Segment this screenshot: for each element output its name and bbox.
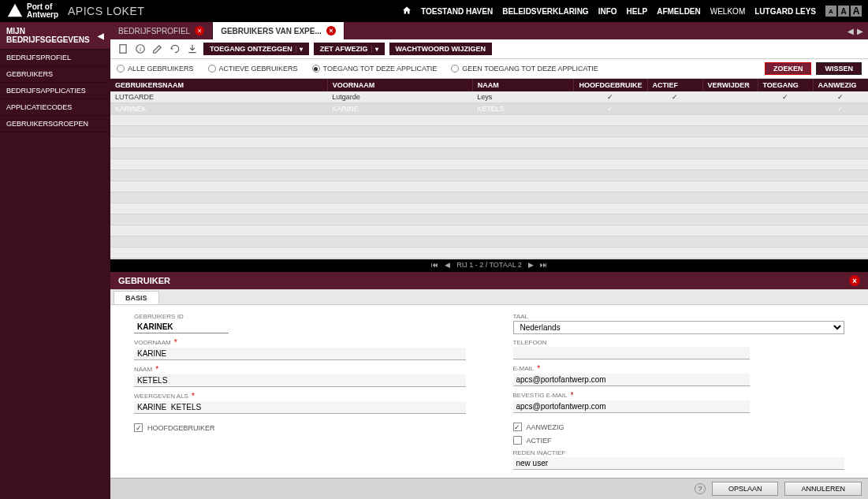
nav-help[interactable]: HELP [627, 7, 648, 16]
refresh-icon[interactable] [169, 43, 181, 55]
col-hoofdgebruiker[interactable]: HOOFDGEBRUIKE [574, 79, 647, 91]
top-bar: Port of Antwerp APICS LOKET TOESTAND HAV… [0, 0, 868, 22]
annuleren-button[interactable]: ANNULEREN [784, 482, 862, 496]
gebruikers-id-field [134, 321, 229, 333]
radio-geen-toegang[interactable]: GEEN TOEGANG TOT DEZE APPLICATIE [451, 65, 598, 73]
detail-tabs: BASIS [110, 289, 868, 305]
zet-afwezig-button[interactable]: ZET AFWEZIG▾ [314, 43, 385, 55]
col-toegang[interactable]: TOEGANG [758, 79, 813, 91]
detail-tab-basis[interactable]: BASIS [114, 291, 159, 304]
sidebar: MIJN BEDRIJFSGEGEVENS ◀ BEDRIJFSPROFIEL … [0, 22, 110, 499]
toolbar: i TOEGANG ONTZEGGEN▾ ZET AFWEZIG▾ WACHTW… [110, 39, 868, 59]
tab-label: GEBRUIKERS VAN EXPE... [221, 27, 322, 35]
reden-inactief-field[interactable] [513, 457, 845, 470]
label-taal: TAAL [513, 313, 845, 320]
nav-beleid[interactable]: BELEIDSVERKLARING [502, 7, 588, 16]
table-row [110, 181, 868, 192]
pager-first-icon[interactable]: ⏮ [431, 261, 438, 269]
zoeken-button[interactable]: ZOEKEN [765, 62, 812, 75]
tab-gebruikers-van-expe[interactable]: GEBRUIKERS VAN EXPE... × [213, 22, 345, 39]
col-verwijder[interactable]: VERWIJDER [702, 79, 758, 91]
export-icon[interactable] [186, 43, 199, 55]
tab-bedrijfsprofiel[interactable]: BEDRIJFSPROFIEL × [110, 22, 213, 39]
label-email: E-MAIL [513, 365, 535, 372]
radio-actieve-gebruikers[interactable]: ACTIEVE GEBRUIKERS [208, 65, 298, 73]
bevestig-email-field[interactable] [513, 400, 750, 413]
radio-toegang[interactable]: TOEGANG TOT DEZE APPLICATIE [312, 65, 438, 73]
sidebar-item-bedrijfsprofiel[interactable]: BEDRIJFSPROFIEL [0, 50, 110, 66]
table-row [110, 126, 868, 137]
label-naam: NAAM [134, 366, 152, 373]
voornaam-field[interactable] [134, 348, 466, 360]
col-naam[interactable]: NAAM [472, 79, 574, 91]
label-weergeven: WEERGEVEN ALS [134, 393, 188, 400]
tabs-row: BEDRIJFSPROFIEL × GEBRUIKERS VAN EXPE...… [110, 22, 868, 39]
sidebar-item-applicatiecodes[interactable]: APPLICATIECODES [0, 99, 110, 116]
opslaan-button[interactable]: OPSLAAN [712, 482, 779, 496]
required-icon: * [155, 365, 158, 374]
content-area: BEDRIJFSPROFIEL × GEBRUIKERS VAN EXPE...… [110, 22, 868, 499]
taal-select[interactable]: Nederlands [513, 321, 845, 334]
radio-alle-gebruikers[interactable]: ALLE GEBRUIKERS [117, 65, 194, 73]
top-nav: TOESTAND HAVEN BELEIDSVERKLARING INFO HE… [402, 6, 862, 17]
sidebar-title: MIJN BEDRIJFSGEGEVENS [6, 27, 98, 44]
font-small-button[interactable]: A [825, 6, 836, 17]
detail-header: GEBRUIKER × [110, 272, 868, 289]
table-row [110, 192, 868, 203]
pager-last-icon[interactable]: ⏭ [540, 261, 547, 269]
tab-label: BEDRIJFSPROFIEL [118, 27, 190, 35]
label-actief: ACTIEF [527, 437, 552, 445]
detail-form: GEBRUIKERS ID VOORNAAM* NAAM* WEERGEVEN … [110, 305, 868, 478]
hoofdgebruiker-checkbox[interactable] [134, 423, 143, 432]
help-icon[interactable]: ? [695, 483, 706, 494]
current-user: LUTGARD LEYS [754, 7, 816, 16]
tab-close-icon[interactable]: × [326, 26, 336, 35]
pager-next-icon[interactable]: ▶ [528, 261, 534, 269]
home-icon[interactable] [402, 6, 412, 17]
naam-field[interactable] [134, 374, 466, 387]
tab-close-icon[interactable]: × [195, 26, 204, 35]
required-icon: * [570, 391, 573, 400]
nav-info[interactable]: INFO [598, 7, 617, 16]
toegang-ontzeggen-button[interactable]: TOEGANG ONTZEGGEN▾ [203, 43, 309, 55]
pager-prev-icon[interactable]: ◀ [445, 261, 450, 269]
wissen-button[interactable]: WISSEN [816, 62, 862, 75]
detail-footer: ? OPSLAAN ANNULEREN [110, 478, 868, 499]
chevron-down-icon[interactable]: ▾ [371, 46, 378, 53]
new-icon[interactable] [117, 43, 129, 55]
tab-prev-icon[interactable]: ◀ [848, 27, 854, 35]
table-row [110, 159, 868, 170]
pager: ⏮ ◀ RIJ 1 - 2 / TOTAAL 2 ▶ ⏭ [110, 259, 868, 270]
tab-next-icon[interactable]: ▶ [857, 27, 863, 35]
sidebar-collapse-icon[interactable]: ◀ [98, 32, 104, 40]
col-voornaam[interactable]: VOORNAAM [327, 79, 472, 91]
font-med-button[interactable]: A [838, 6, 849, 17]
required-icon: * [192, 392, 195, 400]
table-row[interactable]: LUTGARDELutgardeLeys✓✓✓✓ [110, 91, 868, 103]
sidebar-item-bedrijfsapplicaties[interactable]: BEDRIJFSAPPLICATIES [0, 83, 110, 99]
font-size-buttons: A A A [825, 6, 862, 17]
weergeven-als-field[interactable] [134, 401, 466, 414]
actief-checkbox[interactable] [513, 436, 522, 445]
sidebar-item-gebruikers[interactable]: GEBRUIKERS [0, 66, 110, 83]
email-field[interactable] [513, 374, 750, 386]
chevron-down-icon[interactable]: ▾ [296, 46, 303, 53]
nav-afmelden[interactable]: AFMELDEN [657, 7, 701, 16]
col-gebruikersnaam[interactable]: GEBRUIKERSNAAM [110, 79, 327, 91]
telefoon-field[interactable] [513, 347, 750, 359]
sidebar-item-gebruikersgroepen[interactable]: GEBRUIKERSGROEPEN [0, 116, 110, 132]
detail-close-icon[interactable]: × [849, 275, 860, 286]
label-aanwezig: AANWEZIG [527, 423, 564, 431]
col-actief[interactable]: ACTIEF [647, 79, 702, 91]
required-icon: * [537, 364, 540, 373]
label-bevestig-email: BEVESTIG E-MAIL [513, 392, 568, 399]
col-aanwezig[interactable]: AANWEZIG [813, 79, 868, 91]
font-large-button[interactable]: A [851, 6, 862, 17]
aanwezig-checkbox[interactable] [513, 423, 522, 431]
edit-icon[interactable] [151, 43, 164, 55]
wachtwoord-wijzigen-button[interactable]: WACHTWOORD WIJZIGEN [389, 43, 493, 55]
label-reden-inactief: REDEN INACTIEF [513, 449, 845, 456]
table-row[interactable]: KARINEKKARINEKETELS✓✓ [110, 103, 868, 115]
nav-toestand[interactable]: TOESTAND HAVEN [421, 7, 493, 16]
info-icon[interactable]: i [134, 43, 147, 55]
